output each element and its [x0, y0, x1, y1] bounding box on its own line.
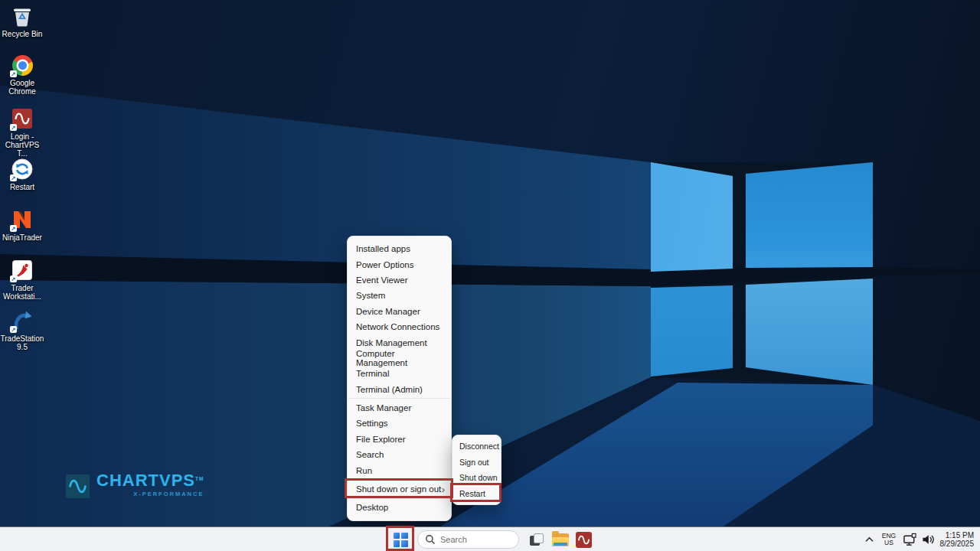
submenu-chevron-icon: ›	[442, 484, 445, 494]
watermark-brand: CHARTVPSTM	[96, 471, 204, 490]
menu-separator	[348, 479, 450, 480]
restart-icon: ↗	[11, 158, 34, 181]
desktop-icon-label: Google Chrome	[0, 79, 44, 96]
menu-item-event-viewer[interactable]: Event Viewer	[348, 272, 451, 288]
system-tray: ENG US 1:15 PM	[861, 527, 980, 551]
shutdown-submenu: Disconnect Sign out Shut down Restart	[452, 435, 501, 505]
shortcut-arrow-icon: ↗	[10, 276, 17, 282]
trader-workstation-icon: ↗	[11, 259, 34, 282]
chevron-up-icon	[864, 536, 874, 543]
desktop-icon-label: Recycle Bin	[0, 30, 44, 38]
submenu-item-disconnect[interactable]: Disconnect	[452, 439, 501, 455]
chrome-icon: ↗	[11, 54, 34, 77]
submenu-item-sign-out[interactable]: Sign out	[452, 455, 501, 471]
submenu-item-shut-down[interactable]: Shut down	[452, 470, 501, 486]
chartvps-watermark: CHARTVPSTM X-PERFORMANCE	[66, 471, 204, 498]
menu-item-power-options[interactable]: Power Options	[348, 256, 451, 272]
winx-context-menu: Installed apps Power Options Event Viewe…	[347, 236, 452, 521]
desktop-icon-recycle-bin[interactable]: Recycle Bin	[0, 5, 44, 38]
search-input[interactable]	[440, 535, 513, 544]
shortcut-arrow-icon: ↗	[10, 225, 17, 232]
taskbar-search[interactable]	[417, 530, 519, 549]
search-icon	[425, 534, 436, 545]
clock[interactable]: 1:15 PM 8/29/2025	[937, 527, 980, 551]
start-button[interactable]	[389, 527, 412, 551]
menu-item-system[interactable]: System	[348, 288, 451, 303]
remote-desktop-network-icon	[903, 533, 917, 546]
watermark-tm: TM	[195, 476, 204, 481]
tray-time: 1:15 PM	[937, 531, 974, 540]
watermark-tagline: X-PERFORMANCE	[96, 491, 204, 497]
menu-item-network-connections[interactable]: Network Connections	[348, 319, 451, 334]
desktop-icon-label: Trader Workstati...	[0, 284, 44, 301]
menu-item-computer-management[interactable]: Computer Management	[348, 350, 451, 366]
menu-item-terminal[interactable]: Terminal	[348, 366, 451, 381]
desktop-icon-label: TradeStation 9.5	[0, 334, 44, 351]
desktop-icon-label: NinjaTrader	[0, 233, 44, 242]
menu-item-device-manager[interactable]: Device Manager	[348, 304, 451, 319]
ninjatrader-icon: ↗	[11, 208, 34, 231]
speaker-icon	[921, 533, 935, 546]
menu-separator	[348, 498, 450, 499]
menu-item-search[interactable]: Search	[348, 447, 451, 462]
submenu-item-restart[interactable]: Restart	[452, 486, 501, 502]
menu-item-shut-down-or-sign-out[interactable]: Shut down or sign out ›	[348, 481, 451, 497]
menu-item-installed-apps[interactable]: Installed apps	[348, 241, 451, 256]
desktop-icon-login-chartvps[interactable]: ↗ Login - ChartVPS T...	[0, 107, 44, 158]
task-view-icon	[529, 532, 544, 547]
menu-item-desktop[interactable]: Desktop	[348, 500, 451, 515]
network-button[interactable]	[900, 527, 919, 551]
desktop-icon-ninjatrader[interactable]: ↗ NinjaTrader	[0, 208, 44, 242]
desktop-icon-label: Restart	[0, 183, 44, 191]
screen: Recycle Bin ↗ Google Chrome ↗ Login - Ch…	[0, 0, 980, 551]
shortcut-arrow-icon: ↗	[10, 124, 17, 131]
chartvps-app-button[interactable]	[573, 527, 593, 551]
language-indicator[interactable]: ENG US	[877, 527, 900, 551]
file-explorer-button[interactable]	[550, 527, 570, 551]
menu-item-settings[interactable]: Settings	[348, 416, 451, 431]
menu-item-file-explorer[interactable]: File Explorer	[348, 432, 451, 447]
tradestation-icon: ↗	[11, 309, 34, 332]
watermark-text: CHARTVPSTM X-PERFORMANCE	[96, 471, 204, 497]
desktop-icon-restart[interactable]: ↗ Restart	[0, 158, 44, 191]
desktop-icon-trader-workstation[interactable]: ↗ Trader Workstati...	[0, 259, 44, 301]
menu-item-run[interactable]: Run	[348, 462, 451, 478]
tray-overflow-button[interactable]	[861, 527, 877, 551]
recycle-bin-icon	[11, 5, 34, 28]
menu-item-disk-management[interactable]: Disk Management	[348, 334, 451, 350]
volume-button[interactable]	[919, 527, 937, 551]
chartvps-login-icon: ↗	[11, 107, 34, 130]
menu-separator	[348, 398, 450, 399]
taskbar: ENG US 1:15 PM	[0, 527, 980, 551]
tray-date: 8/29/2025	[937, 540, 974, 549]
desktop-icon-google-chrome[interactable]: ↗ Google Chrome	[0, 54, 44, 96]
shortcut-arrow-icon: ↗	[10, 326, 17, 333]
shortcut-arrow-icon: ↗	[10, 70, 17, 77]
windows-logo-icon	[394, 533, 408, 547]
folder-icon	[552, 533, 569, 546]
desktop-icon-tradestation[interactable]: ↗ TradeStation 9.5	[0, 309, 44, 351]
menu-item-task-manager[interactable]: Task Manager	[348, 400, 451, 416]
menu-item-terminal-admin[interactable]: Terminal (Admin)	[348, 382, 451, 397]
desktop-icon-label: Login - ChartVPS T...	[0, 132, 44, 158]
shortcut-arrow-icon: ↗	[10, 174, 17, 181]
chartvps-app-icon	[576, 532, 592, 548]
chartvps-logo-icon	[66, 474, 90, 498]
task-view-button[interactable]	[527, 527, 547, 551]
